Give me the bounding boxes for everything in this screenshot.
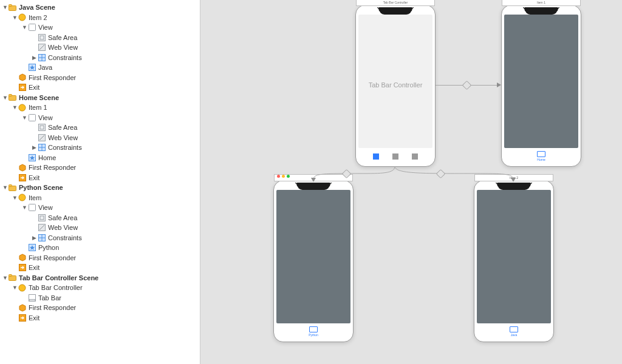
first-responder[interactable]: ▼First Responder (0, 303, 200, 313)
viewcontroller[interactable]: ▼Item 2 (0, 13, 200, 23)
svg-rect-19 (40, 126, 44, 129)
row-label: First Responder (29, 164, 76, 171)
row-label: Tab Bar Controller Scene (19, 274, 98, 281)
row-label: First Responder (29, 254, 76, 261)
row-label: Java (38, 64, 52, 71)
row-label: First Responder (29, 74, 76, 81)
tab-icon: Home (537, 151, 545, 161)
scene-title: Tab Bar Controller (356, 0, 435, 6)
row-label: Exit (29, 264, 39, 271)
row-label: Tab Bar (38, 294, 61, 302)
disclosure-triangle-icon[interactable]: ▼ (2, 4, 8, 10)
disclosure-triangle-icon[interactable]: ▼ (2, 275, 8, 281)
svg-rect-43 (9, 275, 12, 277)
tab-icon: Python (309, 326, 318, 337)
svg-rect-17 (29, 114, 35, 121)
controller-label: Tab Bar Controller (356, 81, 435, 89)
phone-item2[interactable]: Item 2 Java (474, 180, 554, 342)
svg-rect-15 (9, 95, 12, 96)
svg-rect-46 (29, 299, 35, 301)
row-label: Safe Area (48, 34, 77, 41)
disclosure-triangle-icon[interactable]: ▼ (22, 115, 27, 121)
scene-group[interactable]: ▼Python Scene (0, 183, 200, 193)
row-label: Item 2 (29, 14, 47, 21)
scene-group[interactable]: ▼Home Scene (0, 93, 200, 103)
arrowhead-icon (511, 178, 516, 182)
viewcontroller[interactable]: ▼Tab Bar Controller (0, 283, 200, 293)
star-item[interactable]: ▼Python (0, 243, 200, 253)
disclosure-triangle-icon[interactable]: ▶ (32, 144, 37, 150)
phone-item1[interactable]: Item 1 Home (501, 5, 581, 167)
web-item[interactable]: ▼Web View (0, 42, 200, 53)
tab-item-2[interactable] (392, 153, 398, 160)
svg-rect-3 (29, 24, 35, 31)
disclosure-triangle-icon[interactable]: ▶ (32, 55, 37, 61)
row-label: First Responder (29, 304, 76, 311)
scene-group[interactable]: ▼Tab Bar Controller Scene (0, 273, 200, 283)
disclosure-triangle-icon[interactable]: ▼ (12, 15, 18, 21)
row-label: Constraints (48, 234, 82, 241)
web-item[interactable]: ▼Web View (0, 223, 200, 233)
safe-item[interactable]: ▼Safe Area (0, 33, 200, 43)
tab-item-1[interactable] (373, 153, 379, 160)
svg-rect-33 (40, 216, 44, 220)
disclosure-triangle-icon[interactable]: ▶ (32, 235, 37, 241)
star-item[interactable]: ▼Home (0, 153, 200, 163)
disclosure-triangle-icon[interactable]: ▼ (22, 24, 27, 30)
disclosure-triangle-icon[interactable]: ▼ (12, 285, 18, 291)
scene-group[interactable]: ▼Java Scene (0, 2, 200, 13)
tab-icon: Java (510, 326, 518, 337)
phone-item[interactable]: Python (273, 180, 354, 342)
row-label: Exit (29, 84, 39, 91)
disclosure-triangle-icon[interactable]: ▼ (2, 184, 8, 190)
view-item[interactable]: ▼View (0, 22, 200, 33)
constraints-item[interactable]: ▶Constraints (0, 233, 200, 243)
view-item[interactable]: ▼View (0, 203, 200, 213)
row-label: Tab Bar Controller (29, 284, 83, 291)
viewcontroller[interactable]: ▼Item 1 (0, 103, 200, 113)
view-item[interactable]: ▼View (0, 113, 200, 123)
scene-title: Item 1 (502, 0, 581, 6)
viewcontroller[interactable]: ▼Item (0, 193, 200, 203)
svg-point-30 (19, 194, 26, 201)
row-label: Constraints (48, 144, 82, 151)
disclosure-triangle-icon[interactable]: ▼ (12, 195, 18, 201)
document-outline[interactable]: ▼Java Scene▼Item 2▼View▼Safe Area▼Web Vi… (0, 0, 200, 364)
row-label: Home Scene (19, 94, 59, 101)
storyboard-canvas[interactable]: Tab Bar Controller Tab Bar Controller It… (200, 0, 622, 364)
row-label: View (38, 114, 53, 121)
first-responder[interactable]: ▼First Responder (0, 253, 200, 263)
tabbar[interactable] (358, 149, 432, 163)
first-responder[interactable]: ▼First Responder (0, 163, 200, 173)
tabbar-item[interactable]: ▼Tab Bar (0, 293, 200, 303)
safe-item[interactable]: ▼Safe Area (0, 213, 200, 223)
web-item[interactable]: ▼Web View (0, 133, 200, 143)
constraints-item[interactable]: ▶Constraints (0, 53, 200, 63)
exit-item[interactable]: ▼Exit (0, 313, 200, 323)
tab-item-3[interactable] (412, 153, 418, 160)
disclosure-triangle-icon[interactable]: ▼ (12, 104, 18, 110)
relationship-icon[interactable] (436, 169, 446, 179)
row-label: Web View (48, 134, 78, 141)
row-label: View (38, 24, 53, 31)
row-label: Exit (29, 314, 39, 322)
phone-tabbarcontroller[interactable]: Tab Bar Controller Tab Bar Controller (355, 5, 436, 167)
disclosure-triangle-icon[interactable]: ▼ (2, 95, 8, 101)
constraints-item[interactable]: ▶Constraints (0, 143, 200, 153)
svg-rect-29 (9, 184, 12, 186)
row-label: Java Scene (19, 4, 55, 11)
row-label: Item (29, 194, 41, 201)
disclosure-triangle-icon[interactable]: ▼ (22, 204, 27, 211)
star-item[interactable]: ▼Java (0, 62, 200, 73)
exit-item[interactable]: ▼Exit (0, 173, 200, 183)
arrowhead-icon (497, 83, 501, 87)
safe-item[interactable]: ▼Safe Area (0, 123, 200, 133)
row-label: View (38, 204, 53, 211)
row-label: Web View (48, 44, 78, 51)
exit-item[interactable]: ▼Exit (0, 263, 200, 273)
relationship-icon[interactable] (462, 81, 472, 90)
exit-item[interactable]: ▼Exit (0, 83, 200, 93)
row-label: Item 1 (29, 104, 47, 111)
row-label: Safe Area (48, 124, 77, 131)
first-responder[interactable]: ▼First Responder (0, 73, 200, 83)
